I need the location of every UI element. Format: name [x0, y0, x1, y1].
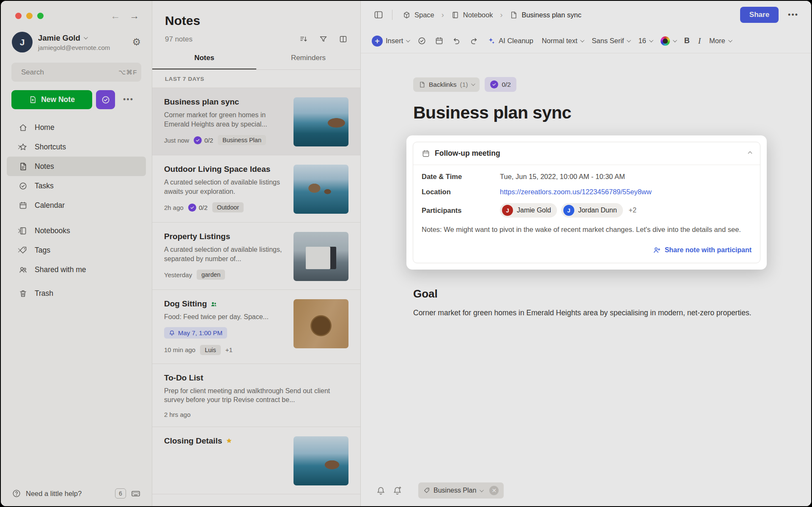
titlebar: ← → — [1, 1, 152, 24]
sidebar-item-notebooks[interactable]: Notebooks — [7, 221, 146, 240]
note-plus-icon — [29, 96, 37, 104]
more-formatting-button[interactable]: More — [709, 37, 731, 45]
note-tag[interactable]: garden — [197, 270, 225, 280]
redo-button[interactable] — [469, 36, 478, 45]
sort-button[interactable] — [299, 35, 308, 44]
participants-more[interactable]: +2 — [629, 207, 636, 214]
participant-chip[interactable]: J Jamie Gold — [500, 203, 557, 218]
home-icon — [19, 123, 27, 132]
add-reminder-button[interactable] — [392, 486, 402, 496]
search-input[interactable] — [21, 68, 115, 77]
tag-icon — [423, 487, 430, 494]
share-note-with-participant-link[interactable]: Share note with participant — [422, 246, 752, 254]
breadcrumb-notebook[interactable]: Notebook — [451, 11, 493, 19]
sidebar-more-options-button[interactable]: ••• — [119, 90, 138, 109]
ai-sparkle-icon — [487, 36, 496, 45]
goal-text[interactable]: Corner market for green homes in Emerald… — [413, 307, 760, 319]
user-name: Jamie Gold — [38, 33, 80, 43]
note-card[interactable]: Closing Details — [152, 427, 360, 494]
sidebar-item-shortcuts[interactable]: Shortcuts — [7, 137, 146, 157]
sidebar-item-notes[interactable]: Notes — [7, 157, 146, 176]
sidebar-item-tags[interactable]: Tags — [7, 240, 146, 260]
color-wheel-icon — [661, 36, 670, 46]
tab-notes[interactable]: Notes — [152, 48, 256, 69]
sidebar-item-tasks[interactable]: Tasks — [7, 176, 146, 196]
sidebar-item-calendar[interactable]: Calendar — [7, 196, 146, 215]
star-icon — [225, 437, 233, 444]
back-arrow-button[interactable]: ← — [110, 10, 120, 22]
note-tag[interactable]: Outdoor — [212, 202, 244, 212]
participant-chip[interactable]: J Jordan Dunn — [561, 203, 623, 218]
account-menu[interactable]: J Jamie Gold jamiegold@evernote.com ⚙ — [1, 24, 152, 57]
note-editor-panel: Space › Notebook › Business plan sync Sh… — [361, 1, 811, 506]
note-card[interactable]: Dog Sitting Food: Feed twice per day. Sp… — [152, 290, 360, 364]
share-button[interactable]: Share — [740, 7, 779, 23]
note-card[interactable]: Business plan sync Corner market for gre… — [152, 88, 360, 155]
note-more-options-button[interactable]: ••• — [788, 11, 798, 19]
forward-arrow-button[interactable]: → — [129, 10, 139, 22]
plus-icon: + — [372, 36, 383, 47]
insert-task-button[interactable] — [417, 36, 426, 45]
backlinks-chip[interactable]: Backlinks (1) — [413, 77, 480, 92]
color-picker-button[interactable] — [661, 36, 676, 46]
sidebar-item-shared-with-me[interactable]: Shared with me — [7, 260, 146, 279]
note-tag[interactable]: Luis — [200, 345, 221, 355]
task-progress-chip[interactable]: 0/2 — [485, 77, 516, 92]
calendar-icon — [19, 201, 27, 210]
bell-icon — [169, 330, 175, 336]
new-note-button[interactable]: New Note — [11, 90, 92, 109]
collapse-note-list-button[interactable] — [373, 10, 384, 20]
insert-button[interactable]: +Insert — [372, 36, 409, 47]
new-task-button[interactable] — [96, 90, 115, 109]
note-card[interactable]: Outdoor Living Space Ideas A curated sel… — [152, 155, 360, 223]
note-title-heading[interactable]: Business plan sync — [413, 103, 760, 123]
meeting-location-label: Location — [422, 188, 500, 196]
sidebar-item-trash[interactable]: Trash — [7, 284, 146, 303]
minimize-window-button[interactable] — [26, 13, 33, 19]
remove-tag-button[interactable]: ✕ — [489, 486, 499, 495]
help-label[interactable]: Need a little help? — [26, 490, 110, 498]
keyboard-icon[interactable] — [131, 488, 141, 499]
help-icon[interactable] — [12, 489, 21, 498]
note-title: Outdoor Living Space Ideas — [164, 165, 286, 174]
task-progress-badge: 0/2 — [188, 204, 208, 212]
font-select[interactable]: Sans Serif — [592, 37, 630, 45]
ai-cleanup-button[interactable]: AI Cleanup — [487, 36, 533, 45]
sidebar: ← → J Jamie Gold jamiegold@evernote.com … — [1, 1, 152, 506]
text-style-select[interactable]: Normal text — [542, 37, 583, 45]
bold-button[interactable]: B — [684, 36, 690, 45]
collapse-meeting-button[interactable] — [748, 152, 752, 156]
space-icon — [403, 11, 411, 19]
reminder-chip[interactable]: May 7, 1:00 PM — [164, 327, 227, 339]
filter-button[interactable] — [319, 35, 328, 44]
task-check-icon — [101, 95, 110, 105]
note-time: Just now — [164, 137, 189, 144]
note-time: 2h ago — [164, 204, 184, 211]
breadcrumb-note[interactable]: Business plan sync — [510, 11, 581, 19]
reminder-bell-button[interactable] — [376, 486, 386, 496]
note-card[interactable]: Property Listings A curated selection of… — [152, 223, 360, 290]
insert-calendar-button[interactable] — [435, 36, 444, 45]
note-tag-chip[interactable]: Business Plan ✕ — [418, 482, 504, 499]
settings-gear-icon[interactable]: ⚙ — [132, 37, 141, 47]
tab-reminders[interactable]: Reminders — [256, 48, 360, 69]
search-bar[interactable]: ⌥⌘F — [11, 63, 141, 82]
note-title: Dog Sitting — [164, 299, 286, 309]
layout-button[interactable] — [339, 35, 348, 44]
breadcrumb-space[interactable]: Space — [403, 11, 434, 19]
star-icon — [19, 143, 27, 152]
task-icon — [19, 182, 27, 190]
close-window-button[interactable] — [15, 13, 22, 19]
zoom-window-button[interactable] — [37, 13, 44, 19]
font-size-select[interactable]: 16 — [638, 37, 652, 45]
breadcrumb-separator: › — [442, 11, 444, 19]
note-thumbnail — [294, 436, 348, 485]
italic-button[interactable]: I — [698, 36, 701, 46]
sidebar-item-home[interactable]: Home — [7, 118, 146, 137]
note-tag[interactable]: Business Plan — [218, 135, 266, 145]
meeting-location-link[interactable]: https://zereatlors.zoom.us/1223456789/55… — [500, 188, 652, 196]
goal-heading[interactable]: Goal — [413, 287, 760, 300]
note-card[interactable]: To-Do List Prep for client meeting and w… — [152, 364, 360, 427]
note-thumbnail — [294, 165, 348, 214]
undo-button[interactable] — [452, 36, 461, 45]
